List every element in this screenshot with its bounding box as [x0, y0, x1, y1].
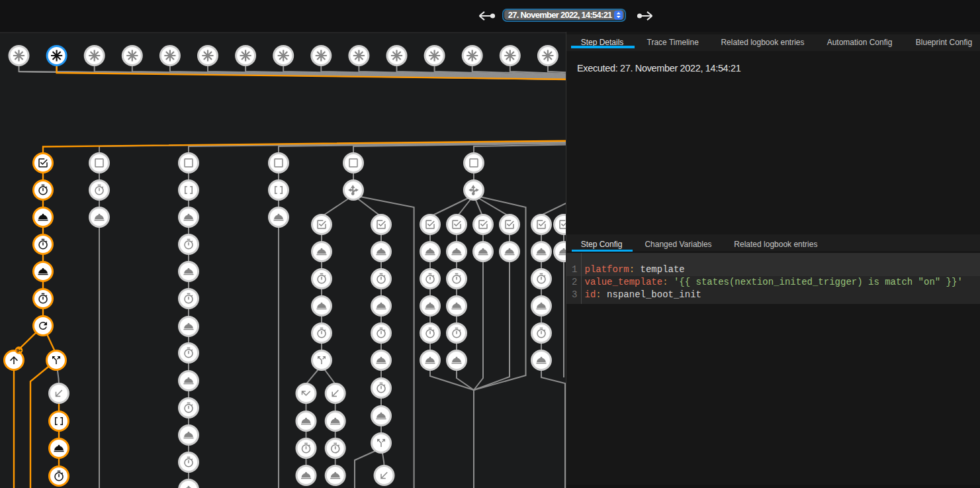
svg-text:9+: 9+: [17, 348, 22, 354]
